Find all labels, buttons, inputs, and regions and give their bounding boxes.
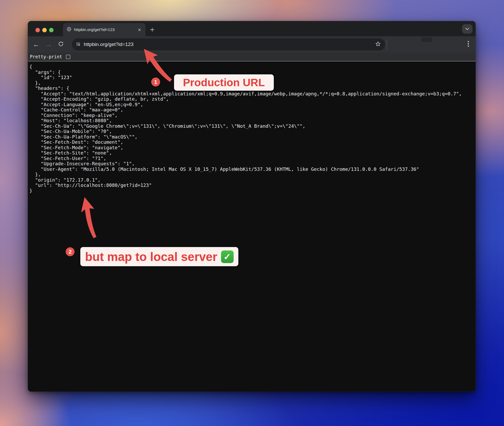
chevron-down-icon: [465, 27, 469, 31]
reload-icon: [58, 40, 64, 49]
traffic-lights: [35, 28, 54, 32]
tab-title: httpbin.org/get?id=123: [74, 27, 136, 32]
annotation-label-production-url: Production URL: [174, 74, 274, 91]
zoom-window-button[interactable]: [49, 28, 54, 32]
browser-menu-button[interactable]: [463, 39, 474, 50]
annotation-label-local-server: but map to local server ✓: [80, 247, 238, 266]
annotation-badge-2: 2: [66, 247, 75, 256]
globe-favicon-icon: [67, 27, 71, 33]
tab-close-icon[interactable]: [136, 27, 142, 33]
browser-window: httpbin.org/get?id=123 ← →: [28, 21, 476, 392]
toolbar-divider: [387, 39, 387, 49]
browser-tab[interactable]: httpbin.org/get?id=123: [63, 23, 145, 36]
bookmark-star-icon[interactable]: [375, 41, 381, 48]
back-button[interactable]: ←: [31, 39, 41, 50]
site-settings-icon[interactable]: [76, 42, 81, 48]
forward-button[interactable]: →: [44, 39, 54, 50]
blurred-toolbar-item: [421, 37, 432, 42]
pretty-print-bar: Pretty-print: [28, 53, 476, 61]
back-arrow-icon: ←: [33, 40, 40, 49]
toolbar: ← → httpbin.org/get?id=123: [28, 36, 476, 53]
three-dots-menu-icon: [468, 41, 469, 48]
tab-strip: httpbin.org/get?id=123: [28, 21, 476, 36]
minimize-window-button[interactable]: [42, 28, 47, 32]
close-window-button[interactable]: [35, 28, 40, 32]
green-check-emoji: ✓: [221, 250, 234, 263]
pretty-print-checkbox[interactable]: [66, 55, 70, 59]
new-tab-button[interactable]: [148, 26, 156, 34]
annotation-badge-1: 1: [151, 78, 160, 86]
pretty-print-label: Pretty-print: [30, 54, 62, 59]
address-bar[interactable]: httpbin.org/get?id=123: [72, 38, 385, 50]
forward-arrow-icon: →: [45, 40, 52, 49]
tab-search-button[interactable]: [462, 24, 472, 34]
reload-button[interactable]: [56, 39, 66, 50]
url-text[interactable]: httpbin.org/get?id=123: [84, 42, 375, 47]
